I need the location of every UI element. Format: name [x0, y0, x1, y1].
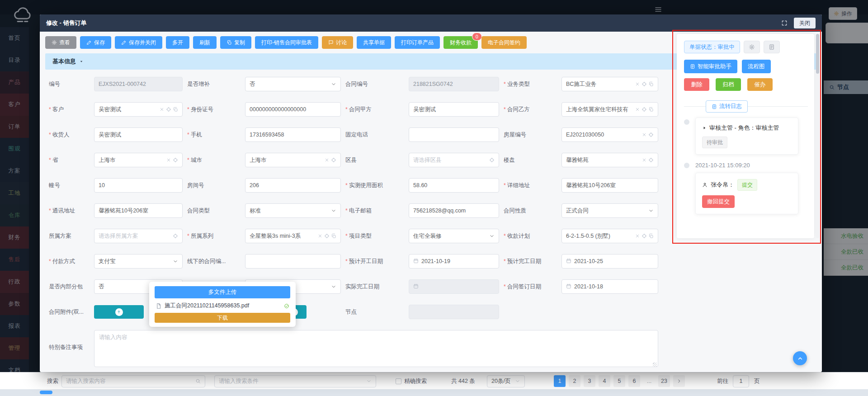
- toolbar-button[interactable]: 共享单据: [357, 36, 391, 49]
- toolbar-button[interactable]: 打印-销售合同审批表: [255, 36, 318, 49]
- toolbar-button[interactable]: 讨论: [322, 36, 353, 49]
- approval-node-title: 审核主管 - 角色：审核主管: [709, 124, 779, 132]
- delete-button[interactable]: 删除: [684, 78, 709, 91]
- form-input[interactable]: 吴密测试: [94, 127, 183, 142]
- form-input[interactable]: [409, 127, 499, 142]
- toolbar-button[interactable]: 打印订单产品: [395, 36, 440, 49]
- field-action-icons[interactable]: [317, 233, 336, 239]
- form-input[interactable]: 馨雅铭苑: [561, 153, 658, 167]
- workflow-doc-button[interactable]: [764, 41, 780, 53]
- toolbar-button[interactable]: 电子合同签约: [481, 36, 527, 49]
- pagination-page[interactable]: 1: [554, 375, 566, 387]
- form-input[interactable]: 6-2-1.5-0.5 (别墅): [561, 229, 658, 243]
- exact-search-checkbox[interactable]: 精确搜索: [396, 372, 427, 390]
- toolbar-button[interactable]: 刷新: [193, 36, 217, 49]
- pagination-next-button[interactable]: [673, 375, 685, 387]
- form-date-input[interactable]: 2021-10-19: [409, 254, 499, 269]
- pagination-page[interactable]: 5: [613, 375, 625, 387]
- fullscreen-icon[interactable]: [781, 20, 788, 26]
- form-input[interactable]: 000000000000000000: [245, 102, 341, 117]
- form-input[interactable]: 请选择所属方案: [94, 229, 183, 243]
- field-action-icons[interactable]: [635, 107, 654, 112]
- form-input[interactable]: BC施工业务: [561, 77, 658, 91]
- pagination-page[interactable]: 4: [599, 375, 610, 387]
- form-input[interactable]: 吴密测试: [94, 102, 183, 117]
- form-input-disabled: [409, 305, 499, 319]
- smart-approval-assistant-button[interactable]: 智能审批助手: [684, 60, 737, 73]
- archive-button[interactable]: 归档: [716, 78, 741, 91]
- field-action-icons[interactable]: [324, 157, 336, 163]
- multi-file-upload-button[interactable]: 多文件上传: [155, 286, 290, 298]
- field-action-icons[interactable]: [642, 157, 654, 163]
- required-asterisk: *: [345, 258, 348, 264]
- field-action-icons[interactable]: [635, 81, 654, 87]
- toolbar-button-label: 查看: [59, 39, 70, 47]
- toolbar-button[interactable]: 保存: [80, 36, 111, 49]
- page-size-select[interactable]: 20条/页: [487, 375, 525, 387]
- form-select[interactable]: 正式合同: [561, 203, 658, 218]
- flowchart-button[interactable]: 流程图: [742, 60, 771, 73]
- form-input[interactable]: 58.60: [409, 178, 499, 193]
- form-select[interactable]: 标准: [245, 203, 341, 218]
- toolbar-button[interactable]: 复制: [220, 36, 251, 49]
- pending-approval-tag: 待审批: [702, 137, 727, 148]
- search-input[interactable]: 请输入搜索内容: [61, 375, 205, 387]
- toolbar-button[interactable]: 查看: [45, 36, 76, 49]
- transfer-log-button[interactable]: 流转日志: [706, 100, 748, 113]
- close-button[interactable]: 关闭: [794, 18, 816, 28]
- form-input[interactable]: 馨雅铭苑10号206室: [561, 178, 658, 193]
- play-icon[interactable]: [702, 126, 707, 130]
- form-input[interactable]: 上海全筑翼家住宅科技有: [561, 102, 658, 117]
- form-input[interactable]: 上海市: [94, 153, 183, 167]
- toolbar-button[interactable]: 财务收款0: [443, 36, 478, 49]
- clear-icon: [635, 107, 640, 112]
- form-input[interactable]: 上海市: [245, 153, 341, 167]
- goto-page-input[interactable]: [733, 375, 749, 387]
- pagination-page[interactable]: 23: [658, 375, 670, 387]
- field-action-icons[interactable]: [489, 157, 495, 163]
- field-action-icons[interactable]: [159, 107, 178, 112]
- form-input[interactable]: EJ2021030050: [561, 127, 658, 142]
- download-button[interactable]: 下载: [155, 313, 290, 323]
- urge-button[interactable]: 催办: [747, 78, 773, 91]
- form-select[interactable]: 支付宝: [94, 254, 183, 269]
- horizontal-scrollbar[interactable]: [40, 391, 52, 394]
- pagination-page[interactable]: 2: [569, 375, 580, 387]
- form-input[interactable]: 请选择区县: [409, 153, 499, 167]
- workflow-scrollbar[interactable]: [816, 34, 819, 238]
- field-action-icons[interactable]: [635, 233, 654, 239]
- remarks-textarea[interactable]: [94, 330, 658, 367]
- upload-button[interactable]: [94, 305, 144, 319]
- form-select[interactable]: 否: [245, 77, 341, 91]
- field-action-icons[interactable]: [166, 157, 178, 163]
- pagination-page[interactable]: 6: [628, 375, 640, 387]
- form-input[interactable]: 756218528@qq.com: [409, 203, 499, 218]
- form-date-input[interactable]: 2021-10-25: [561, 254, 658, 269]
- pagination-page[interactable]: 3: [584, 375, 595, 387]
- form-input[interactable]: 馨雅铭苑10号206室: [94, 203, 183, 218]
- field-action-icons[interactable]: [173, 233, 178, 239]
- resize-handle-icon[interactable]: [653, 363, 657, 367]
- revoke-submit-button[interactable]: 撤回提交: [702, 195, 735, 208]
- form-date-input[interactable]: 2021-10-18: [561, 279, 658, 294]
- form-input[interactable]: [245, 254, 341, 269]
- workflow-settings-button[interactable]: [744, 41, 760, 53]
- field-action-icons[interactable]: [642, 132, 654, 137]
- form-input[interactable]: 10: [94, 178, 183, 193]
- form-select[interactable]: 住宅全装修: [409, 229, 499, 243]
- form-input[interactable]: 全屋整装3s mini-3系: [245, 229, 341, 243]
- back-to-top-button[interactable]: [793, 351, 807, 365]
- form-input[interactable]: 206: [245, 178, 341, 193]
- submit-event-card: 张令帛： 提交 撤回提交: [695, 173, 798, 214]
- search-condition-select[interactable]: 请输入搜索条件: [214, 375, 376, 387]
- scrollbar-thumb[interactable]: [816, 34, 819, 74]
- toolbar-button[interactable]: 保存并关闭: [115, 36, 162, 49]
- clear-icon: [635, 233, 640, 239]
- checkbox[interactable]: [396, 378, 401, 384]
- toolbar-button[interactable]: 多开: [166, 36, 189, 49]
- form-input[interactable]: 吴密测试: [409, 102, 499, 117]
- field-value: 吴密测试: [99, 106, 156, 113]
- crosshair-icon: [642, 233, 647, 239]
- attachment-file-item[interactable]: 施工合同20211021145958635.pdf: [156, 302, 289, 310]
- form-input[interactable]: 17316593458: [245, 127, 341, 142]
